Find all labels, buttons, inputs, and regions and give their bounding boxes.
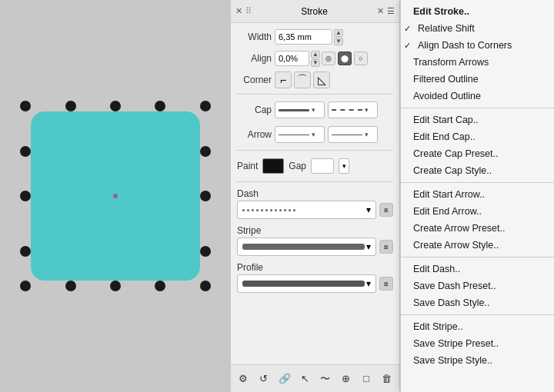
- profile-chevron: ▾: [366, 278, 371, 289]
- menu-item-edit-dash--[interactable]: Edit Dash..: [401, 261, 554, 277]
- handle[interactable]: [200, 246, 211, 257]
- profile-preview: [242, 281, 365, 287]
- dash-chevron: ▾: [366, 204, 371, 215]
- toolbar-add-icon[interactable]: ⊕: [338, 370, 354, 387]
- gap-input[interactable]: [311, 158, 334, 174]
- menu-item-create-cap-style--[interactable]: Create Cap Style..: [401, 162, 554, 179]
- handle[interactable]: [155, 281, 165, 291]
- corner-row: Corner ⌐ ⌒ ◺: [237, 71, 393, 89]
- paint-swatch[interactable]: [262, 158, 284, 174]
- arrow-start-dropdown[interactable]: ▾: [275, 126, 325, 143]
- handle[interactable]: [200, 281, 211, 291]
- panel-drag-handle[interactable]: ⠿: [245, 6, 252, 16]
- menu-separator: [401, 182, 554, 183]
- menu-item-create-cap-preset--[interactable]: Create Cap Preset..: [401, 145, 554, 162]
- align-inside-icon[interactable]: ○: [354, 51, 368, 65]
- panel-close-x-button[interactable]: ✕: [377, 6, 384, 16]
- toolbar-rotate-icon[interactable]: ↺: [256, 370, 272, 387]
- dash-dot: [256, 209, 259, 211]
- panel-menu-button[interactable]: ☰: [387, 6, 395, 16]
- width-spinner[interactable]: ▲ ▼: [334, 29, 343, 45]
- menu-item-align-dash-to-corners[interactable]: Align Dash to Corners: [401, 37, 554, 54]
- menu-item-save-dash-preset--[interactable]: Save Dash Preset..: [401, 277, 554, 294]
- toolbar-wave-icon[interactable]: 〜: [318, 370, 334, 387]
- dash-dot: [293, 209, 295, 211]
- menu-item-relative-shift[interactable]: Relative Shift: [401, 20, 554, 37]
- corner-icons-group: ⌐ ⌒ ◺: [275, 71, 330, 88]
- dash-dot: [242, 209, 245, 211]
- cap-start-dropdown[interactable]: ▾: [275, 101, 325, 118]
- profile-dropdown[interactable]: ▾: [237, 274, 376, 293]
- toolbar-link-icon[interactable]: 🔗: [276, 370, 292, 387]
- width-down-arrow[interactable]: ▼: [334, 38, 343, 45]
- stripe-settings-button[interactable]: ≡: [379, 240, 393, 254]
- arrow-start-chevron: ▾: [312, 131, 315, 138]
- dash-dropdown[interactable]: ▾: [237, 201, 376, 219]
- menu-item-create-arrow-preset--[interactable]: Create Arrow Preset..: [401, 220, 554, 237]
- toolbar-settings-icon[interactable]: ⚙: [235, 370, 252, 387]
- handle[interactable]: [65, 101, 76, 111]
- align-input[interactable]: [275, 51, 309, 66]
- menu-item-transform-arrows[interactable]: Transform Arrows: [401, 54, 554, 71]
- dash-preview: [242, 209, 365, 211]
- stripe-dropdown[interactable]: ▾: [237, 238, 376, 256]
- menu-item-edit-end-cap--[interactable]: Edit End Cap..: [401, 128, 554, 145]
- width-input[interactable]: [275, 29, 332, 45]
- align-center-icon[interactable]: ◎: [322, 51, 335, 65]
- align-outside-icon[interactable]: ⬤: [338, 51, 352, 65]
- canvas-area: [0, 0, 231, 392]
- menu-item-avoided-outline[interactable]: Avoided Outline: [401, 88, 554, 105]
- gap-scroll[interactable]: ▾: [339, 158, 349, 174]
- handle[interactable]: [110, 101, 121, 111]
- handle[interactable]: [20, 146, 31, 157]
- toolbar-cursor-icon[interactable]: ↖: [297, 370, 313, 387]
- align-spinner[interactable]: ▲ ▼: [311, 51, 320, 67]
- menu-item-edit-stroke--[interactable]: Edit Stroke..: [401, 3, 554, 20]
- handle[interactable]: [200, 146, 211, 157]
- align-down-arrow[interactable]: ▼: [311, 59, 320, 67]
- menu-item-edit-start-cap--[interactable]: Edit Start Cap..: [401, 111, 554, 128]
- menu-item-filtered-outline[interactable]: Filtered Outline: [401, 71, 554, 88]
- dash-section-label: Dash: [237, 188, 259, 199]
- dash-dot: [247, 209, 249, 211]
- handle[interactable]: [65, 281, 76, 291]
- dash-settings-button[interactable]: ≡: [379, 203, 393, 217]
- menu-item-create-arrow-style--[interactable]: Create Arrow Style..: [401, 237, 554, 254]
- profile-settings-button[interactable]: ≡: [379, 277, 393, 291]
- width-value-container: ▲ ▼: [275, 29, 393, 45]
- divider-2: [237, 150, 393, 151]
- handle[interactable]: [20, 246, 31, 257]
- corner-bevel-icon[interactable]: ◺: [313, 71, 330, 88]
- align-icons-group: ◎ ⬤ ○: [322, 51, 368, 65]
- corner-miter-icon[interactable]: ⌐: [275, 71, 292, 88]
- menu-item-save-dash-style--[interactable]: Save Dash Style..: [401, 294, 554, 311]
- menu-item-save-stripe-preset--[interactable]: Save Stripe Preset..: [401, 335, 554, 352]
- gap-label: Gap: [289, 161, 306, 171]
- handle[interactable]: [110, 281, 121, 291]
- divider-1: [237, 94, 393, 95]
- width-up-arrow[interactable]: ▲: [334, 29, 343, 37]
- menu-item-save-stripe-style--[interactable]: Save Stripe Style..: [401, 352, 554, 369]
- panel-close-button[interactable]: ✕: [235, 6, 242, 16]
- toolbar-delete-icon[interactable]: 🗑: [379, 370, 395, 387]
- align-up-arrow[interactable]: ▲: [311, 51, 320, 58]
- handle[interactable]: [20, 281, 31, 291]
- menu-separator: [401, 108, 554, 108]
- handle[interactable]: [20, 191, 31, 201]
- handle[interactable]: [155, 101, 165, 111]
- menu-item-edit-stripe--[interactable]: Edit Stripe..: [401, 318, 554, 335]
- arrow-end-dropdown[interactable]: ▾: [328, 126, 378, 143]
- cap-start-preview: [279, 109, 309, 111]
- stripe-row: ▾ ≡: [237, 238, 393, 256]
- cap-end-dropdown[interactable]: ▾: [328, 101, 378, 118]
- corner-round-icon[interactable]: ⌒: [294, 71, 311, 88]
- paint-label: Paint: [237, 161, 258, 171]
- panel-title: Stroke: [255, 6, 374, 17]
- width-label: Width: [237, 32, 272, 42]
- handle[interactable]: [200, 191, 211, 201]
- menu-item-edit-start-arrow--[interactable]: Edit Start Arrow..: [401, 186, 554, 203]
- menu-item-edit-end-arrow--[interactable]: Edit End Arrow..: [401, 203, 554, 220]
- handle[interactable]: [20, 101, 31, 111]
- handle[interactable]: [200, 101, 211, 111]
- toolbar-rect-icon[interactable]: □: [359, 370, 375, 387]
